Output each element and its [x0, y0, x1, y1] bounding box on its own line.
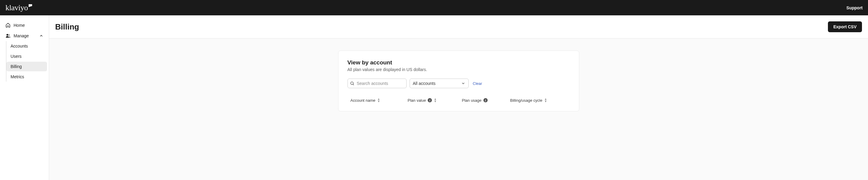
search-wrap [347, 79, 407, 88]
col-billing-cycle[interactable]: Billing/usage cycle ▲▼ [510, 98, 567, 103]
sidebar-item-home[interactable]: Home [2, 20, 47, 30]
svg-point-0 [7, 34, 8, 36]
sidebar-home-label: Home [13, 23, 25, 28]
support-link[interactable]: Support [846, 5, 863, 10]
col-plan-value[interactable]: Plan value i ▲▼ [408, 98, 462, 103]
sidebar-item-accounts[interactable]: Accounts [6, 41, 47, 51]
col-plan-usage-label: Plan usage [462, 98, 482, 103]
topbar: klaviyo Support [0, 0, 868, 15]
sort-icon: ▲▼ [434, 98, 437, 103]
card-title: View by account [347, 59, 570, 66]
page-header: Billing Export CSV [49, 15, 868, 39]
table-header-row: Account name ▲▼ Plan value i ▲▼ Plan usa… [347, 96, 570, 103]
sidebar-item-manage[interactable]: Manage [2, 31, 47, 41]
chevron-up-icon [39, 34, 43, 38]
sort-icon: ▲▼ [544, 98, 547, 103]
billing-card: View by account All plan values are disp… [338, 50, 579, 111]
brand-logo[interactable]: klaviyo [5, 3, 32, 12]
svg-line-3 [353, 84, 354, 85]
col-billing-label: Billing/usage cycle [510, 98, 542, 103]
search-accounts-input[interactable] [347, 79, 407, 88]
sidebar-manage-label: Manage [13, 33, 29, 38]
account-filter-selected: All accounts [413, 81, 435, 86]
home-icon [5, 23, 10, 28]
col-account-name[interactable]: Account name ▲▼ [350, 98, 408, 103]
page-body: View by account All plan values are disp… [49, 39, 868, 180]
col-plan-usage: Plan usage i [462, 98, 510, 103]
col-account-label: Account name [350, 98, 375, 103]
sidebar-item-users[interactable]: Users [6, 51, 47, 61]
page-title: Billing [55, 22, 79, 32]
export-csv-button[interactable]: Export CSV [828, 22, 862, 32]
main-layout: Home Manage Accounts Users Billing Metri… [0, 15, 868, 180]
info-icon[interactable]: i [484, 98, 488, 102]
sidebar-item-billing[interactable]: Billing [6, 62, 47, 71]
svg-point-1 [8, 34, 10, 36]
brand-flag-icon [29, 4, 32, 7]
svg-point-2 [350, 82, 353, 84]
account-filter-button[interactable]: All accounts [410, 79, 469, 88]
content: Billing Export CSV View by account All p… [49, 15, 868, 180]
account-filter-select[interactable]: All accounts [410, 79, 469, 88]
search-icon [350, 81, 354, 86]
info-icon[interactable]: i [428, 98, 432, 102]
people-icon [5, 33, 10, 38]
sort-icon: ▲▼ [377, 98, 380, 103]
sidebar-item-metrics[interactable]: Metrics [6, 72, 47, 81]
sidebar: Home Manage Accounts Users Billing Metri… [0, 15, 49, 180]
chevron-down-icon [461, 81, 465, 85]
filters-row: All accounts Clear [347, 79, 570, 88]
clear-filters-link[interactable]: Clear [473, 81, 482, 86]
sidebar-manage-subgroup: Accounts Users Billing Metrics [6, 41, 49, 81]
col-plan-value-label: Plan value [408, 98, 426, 103]
card-subtext: All plan values are displayed in US doll… [347, 67, 570, 72]
brand-text: klaviyo [5, 3, 28, 12]
